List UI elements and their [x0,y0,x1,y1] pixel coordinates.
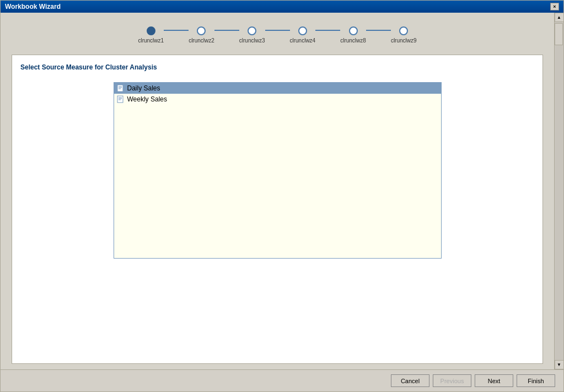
list-item-weekly-sales[interactable]: Weekly Sales [114,94,441,105]
title-bar: Workbook Wizard × [1,1,563,13]
svg-rect-4 [117,96,123,103]
window-container: Workbook Wizard × clrunclwz1 [0,0,564,392]
scrollbar-right: ▲ ▼ [554,13,563,369]
step-container: clrunclwz1 clrunclwz2 clrunclwz3 [138,26,416,44]
finish-button[interactable]: Finish [517,374,555,387]
main-content: clrunclwz1 clrunclwz2 clrunclwz3 [1,13,563,369]
content-area: clrunclwz1 clrunclwz2 clrunclwz3 [1,13,554,369]
previous-button[interactable]: Previous [433,374,471,387]
scroll-up-button[interactable]: ▲ [555,13,564,22]
step-connector-3 [265,30,290,31]
document-icon-1 [117,84,125,92]
svg-rect-0 [117,85,123,92]
window-title: Workbook Wizard [5,3,61,10]
cancel-button[interactable]: Cancel [391,374,429,387]
step-item-3[interactable]: clrunclwz3 [239,26,265,44]
scroll-track [555,22,563,360]
step-label-6: clrunclwz9 [391,37,417,44]
step-label-2: clrunclwz2 [189,37,214,44]
wizard-steps: clrunclwz1 clrunclwz2 clrunclwz3 [6,18,549,55]
step-circle-6 [399,26,408,35]
step-item-1[interactable]: clrunclwz1 [138,26,164,44]
panel-title: Select Source Measure for Cluster Analys… [20,63,534,71]
step-label-4: clrunclwz4 [290,37,316,44]
step-connector-4 [315,30,340,31]
close-button[interactable]: × [550,3,559,10]
document-icon-2 [117,95,125,103]
step-item-4[interactable]: clrunclwz4 [290,26,316,44]
inner-panel: Select Source Measure for Cluster Analys… [12,55,543,364]
next-button[interactable]: Next [475,374,513,387]
step-connector-2 [214,30,239,31]
step-circle-2 [197,26,206,35]
bottom-bar: Cancel Previous Next Finish [1,369,563,391]
step-circle-1 [147,26,155,35]
step-label-3: clrunclwz3 [239,37,265,44]
step-item-6[interactable]: clrunclwz9 [391,26,417,44]
list-item-label-2: Weekly Sales [127,95,167,103]
step-label-1: clrunclwz1 [138,37,164,44]
step-circle-5 [349,26,358,35]
step-label-5: clrunclwz8 [340,37,366,44]
scroll-down-button[interactable]: ▼ [555,360,564,369]
step-item-2[interactable]: clrunclwz2 [189,26,214,44]
list-item-label-1: Daily Sales [127,84,160,92]
title-bar-buttons: × [550,3,559,10]
scroll-thumb[interactable] [555,23,563,45]
step-connector-5 [366,30,391,31]
step-circle-4 [298,26,307,35]
list-item-daily-sales[interactable]: Daily Sales [114,83,441,94]
step-connector-1 [164,30,189,31]
step-item-5[interactable]: clrunclwz8 [340,26,366,44]
list-box[interactable]: Daily Sales Weekly Sales [114,82,442,259]
step-circle-3 [248,26,256,35]
